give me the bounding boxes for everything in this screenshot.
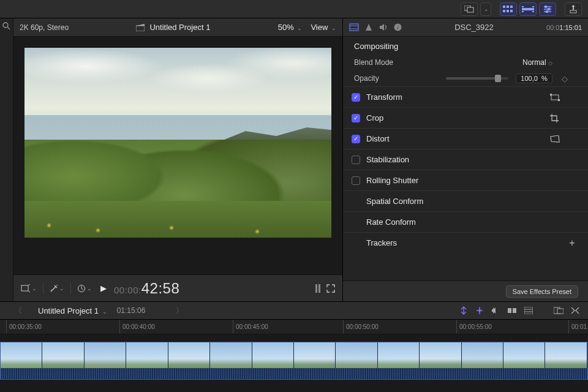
- share-button[interactable]: [565, 2, 582, 16]
- svg-rect-10: [532, 6, 534, 7]
- zoom-dropdown[interactable]: 50% ⌄: [278, 23, 303, 32]
- ruler-tick: 00:00:35:00: [9, 323, 42, 330]
- audio-waveform: [1, 368, 587, 379]
- svg-rect-12: [532, 11, 534, 12]
- svg-point-20: [3, 23, 8, 28]
- opacity-label: Opacity: [354, 74, 446, 83]
- svg-rect-40: [557, 309, 564, 314]
- svg-point-18: [546, 10, 548, 12]
- timeline-history-forward[interactable]: 〉: [170, 306, 189, 316]
- workspace-dropdown[interactable]: ⌄: [480, 2, 491, 16]
- blend-mode-popup[interactable]: Normal ◇: [522, 58, 552, 67]
- layout-filmstrip-button[interactable]: [519, 2, 537, 16]
- svg-rect-32: [558, 99, 560, 101]
- svg-rect-31: [550, 94, 552, 96]
- svg-rect-5: [503, 10, 505, 12]
- rate-conform-section[interactable]: Rate Conform: [343, 211, 588, 232]
- timeline-duration: 01:15:06: [117, 306, 146, 315]
- spatial-conform-section[interactable]: Spatial Conform: [343, 190, 588, 211]
- svg-rect-25: [350, 24, 358, 31]
- color-inspector-tab[interactable]: [365, 23, 373, 31]
- viewer-header: 2K 60p, Stereo Untitled Project 1 50% ⌄ …: [13, 18, 342, 37]
- viewer-canvas[interactable]: [24, 48, 331, 238]
- compositing-section-label: Compositing: [343, 37, 588, 55]
- svg-rect-8: [522, 8, 534, 10]
- distort-section[interactable]: ✓ Distort: [343, 128, 588, 149]
- opacity-value-field[interactable]: 100,0 %: [516, 74, 552, 83]
- skimming-icon[interactable]: [459, 306, 468, 315]
- retime-menu[interactable]: ⌄: [77, 284, 92, 293]
- save-effects-preset-button[interactable]: Save Effects Preset: [506, 285, 578, 298]
- stabilization-checkbox[interactable]: [352, 156, 360, 164]
- svg-point-17: [548, 8, 550, 10]
- svg-rect-4: [510, 6, 513, 8]
- svg-rect-3: [507, 6, 509, 8]
- layout-grid-button[interactable]: [500, 2, 517, 16]
- timeline-index-icon[interactable]: [524, 307, 533, 314]
- opacity-slider[interactable]: [446, 77, 508, 80]
- stabilization-section[interactable]: Stabilization: [343, 149, 588, 170]
- audio-inspector-tab[interactable]: [379, 23, 388, 31]
- clapperboard-icon: [136, 24, 145, 31]
- transform-reset-icon[interactable]: [550, 94, 565, 101]
- viewer-timecode[interactable]: 00:00:42:58: [114, 280, 179, 297]
- fullscreen-icon[interactable]: [326, 284, 335, 293]
- add-tracker-button[interactable]: +: [565, 238, 579, 249]
- svg-point-33: [478, 309, 481, 312]
- distort-checkbox[interactable]: ✓: [352, 135, 360, 143]
- search-icon[interactable]: [2, 22, 10, 30]
- solo-icon[interactable]: [491, 306, 500, 315]
- timeline-history-back[interactable]: 〈: [9, 306, 28, 316]
- primary-storyline-clip[interactable]: [0, 342, 588, 380]
- rolling-shutter-checkbox[interactable]: [352, 176, 360, 185]
- svg-point-16: [545, 6, 547, 7]
- clip-format-label: 2K 60p, Stereo: [20, 23, 69, 32]
- crop-checkbox[interactable]: ✓: [352, 114, 360, 123]
- inspector-clip-duration: 00:01:15:01: [546, 24, 582, 31]
- blend-mode-label: Blend Mode: [354, 58, 446, 67]
- timeline-index-bar: 〈 Untitled Project 1 ⌄ 01:15:06 〉: [0, 301, 588, 320]
- timeline-project-title[interactable]: Untitled Project 1 ⌄: [38, 306, 107, 315]
- svg-line-21: [7, 27, 10, 29]
- workspace-switcher[interactable]: [461, 2, 478, 16]
- viewer-project-title: Untitled Project 1: [149, 23, 210, 32]
- ruler-tick: 00:00:50:00: [346, 323, 379, 330]
- timeline-ruler[interactable]: 00:00:35:00 00:00:40:00 00:00:45:00 00:0…: [0, 320, 588, 334]
- effects-browser-icon[interactable]: [571, 307, 579, 314]
- timeline-clips-area[interactable]: [0, 334, 588, 392]
- svg-rect-7: [510, 10, 513, 12]
- svg-rect-36: [524, 307, 533, 314]
- crop-icon[interactable]: [550, 114, 565, 123]
- info-inspector-tab[interactable]: i: [394, 23, 402, 31]
- inspector-panel: i DSC_3922 00:01:15:01 Compositing Blend…: [343, 18, 588, 301]
- svg-rect-1: [467, 7, 473, 12]
- transform-section[interactable]: ✓ Transform: [343, 86, 588, 107]
- clip-appearance-icon[interactable]: [554, 307, 564, 314]
- enhance-menu[interactable]: ⌄: [50, 284, 64, 293]
- svg-rect-9: [522, 6, 524, 7]
- trackers-section[interactable]: Trackers+: [343, 232, 588, 253]
- left-rail: [0, 18, 13, 301]
- opacity-keyframe-icon[interactable]: ◇: [562, 74, 568, 83]
- audio-skimming-icon[interactable]: [475, 306, 484, 315]
- distort-icon[interactable]: [550, 135, 565, 143]
- transform-checkbox[interactable]: ✓: [352, 93, 360, 102]
- crop-section[interactable]: ✓ Crop: [343, 107, 588, 128]
- svg-rect-30: [551, 95, 559, 100]
- audio-meters-icon[interactable]: [315, 284, 320, 293]
- svg-rect-19: [570, 10, 576, 13]
- inspector-clip-name: DSC_3922: [402, 23, 546, 32]
- layout-inspector-button[interactable]: [539, 2, 556, 16]
- svg-rect-6: [507, 10, 509, 12]
- ruler-tick: 00:00:45:00: [236, 323, 268, 330]
- viewer-panel: 2K 60p, Stereo Untitled Project 1 50% ⌄ …: [13, 18, 343, 301]
- svg-rect-11: [522, 11, 524, 12]
- viewer-canvas-area: [13, 37, 342, 274]
- play-button[interactable]: ▶: [100, 284, 107, 293]
- view-menu[interactable]: View ⌄: [311, 23, 336, 32]
- transform-tool-menu[interactable]: ⌄: [21, 284, 37, 293]
- snapping-icon[interactable]: [507, 307, 517, 314]
- ruler-tick: 00:00:55:00: [459, 323, 492, 330]
- rolling-shutter-section[interactable]: Rolling Shutter: [343, 170, 588, 190]
- video-inspector-tab[interactable]: [349, 23, 359, 31]
